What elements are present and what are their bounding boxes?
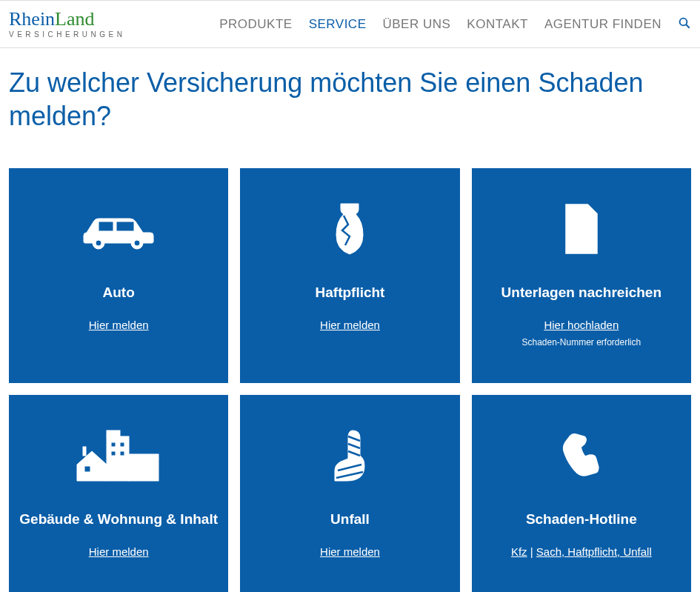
tile-unfall[interactable]: Unfall Hier melden	[240, 395, 459, 592]
svg-line-1	[686, 24, 690, 28]
header: RheinLand VERSICHERUNGEN PRODUKTE SERVIC…	[0, 0, 700, 48]
vase-icon	[327, 192, 372, 266]
tile-haftpflicht[interactable]: Haftpflicht Hier melden	[240, 168, 459, 383]
tile-grid: Auto Hier melden Haftpflicht Hier melden	[9, 168, 691, 592]
tile-unterlagen-title: Unterlagen nachreichen	[501, 284, 661, 302]
tile-unterlagen-note: Schaden-Nummer erforderlich	[521, 337, 641, 347]
svg-rect-16	[120, 451, 124, 456]
tile-unterlagen-link[interactable]: Hier hochladen	[544, 319, 619, 331]
tile-auto[interactable]: Auto Hier melden	[9, 168, 228, 383]
logo[interactable]: RheinLand VERSICHERUNGEN	[9, 10, 125, 39]
tile-unterlagen[interactable]: Unterlagen nachreichen Hier hochladen Sc…	[472, 168, 691, 383]
hotline-link-kfz[interactable]: Kfz	[511, 545, 527, 558]
page-heading: Zu welcher Versicherung möchten Sie eine…	[9, 66, 691, 133]
svg-rect-17	[129, 459, 159, 481]
svg-rect-11	[107, 436, 129, 481]
cast-icon	[327, 419, 372, 493]
tile-hotline-title: Schaden-Hotline	[526, 510, 637, 529]
svg-rect-13	[111, 442, 116, 447]
hotline-link-sach[interactable]: Sach, Haftpflicht, Unfall	[536, 545, 652, 558]
logo-subtitle: VERSICHERUNGEN	[9, 31, 125, 39]
svg-point-5	[96, 240, 101, 246]
logo-part2: Land	[55, 8, 94, 30]
nav-kontakt[interactable]: KONTAKT	[467, 17, 528, 32]
tile-hotline-links: Kfz | Sach, Haftpflicht, Unfall	[511, 545, 652, 558]
svg-rect-20	[83, 447, 86, 456]
tile-gebaeude-link[interactable]: Hier melden	[89, 545, 149, 558]
tile-haftpflicht-title: Haftpflicht	[316, 284, 385, 302]
svg-point-0	[680, 18, 687, 25]
svg-rect-15	[111, 451, 116, 456]
hotline-sep: |	[527, 545, 536, 558]
svg-rect-12	[107, 430, 120, 436]
tile-unfall-title: Unfall	[330, 510, 370, 529]
tile-haftpflicht-link[interactable]: Hier melden	[320, 319, 380, 331]
svg-rect-19	[84, 466, 90, 472]
building-icon	[74, 419, 163, 493]
tile-auto-link[interactable]: Hier melden	[89, 319, 149, 331]
tile-auto-title: Auto	[103, 284, 135, 302]
svg-rect-3	[116, 222, 134, 231]
tile-unfall-link[interactable]: Hier melden	[320, 545, 380, 558]
tile-gebaeude-title: Gebäude & Wohnung & Inhalt	[19, 510, 218, 529]
car-icon	[78, 192, 159, 266]
tile-hotline[interactable]: Schaden-Hotline Kfz | Sach, Haftpflicht,…	[472, 395, 691, 592]
search-icon[interactable]	[678, 16, 691, 33]
logo-part1: Rhein	[9, 8, 55, 30]
document-icon	[559, 192, 604, 266]
phone-icon	[557, 419, 606, 493]
tile-gebaeude[interactable]: Gebäude & Wohnung & Inhalt Hier melden	[9, 395, 228, 592]
nav-produkte[interactable]: PRODUKTE	[219, 17, 292, 32]
svg-rect-14	[120, 442, 124, 447]
svg-rect-18	[129, 454, 159, 459]
main-nav: PRODUKTE SERVICE ÜBER UNS KONTAKT AGENTU…	[219, 16, 691, 33]
nav-agentur-finden[interactable]: AGENTUR FINDEN	[544, 17, 661, 32]
svg-rect-2	[99, 222, 113, 231]
nav-service[interactable]: SERVICE	[309, 17, 367, 32]
svg-point-7	[134, 240, 140, 246]
nav-ueber-uns[interactable]: ÜBER UNS	[382, 17, 450, 32]
main-content: Zu welcher Versicherung möchten Sie eine…	[0, 48, 700, 592]
